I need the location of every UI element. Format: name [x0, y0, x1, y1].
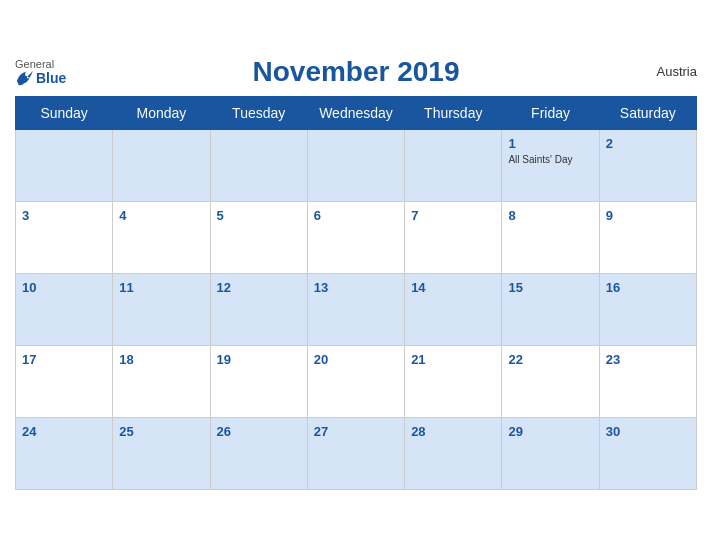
logo-general: General: [15, 58, 54, 70]
calendar-cell: 24: [16, 417, 113, 489]
calendar-cell: 8: [502, 201, 599, 273]
day-number: 30: [606, 424, 620, 439]
calendar-cell: 16: [599, 273, 696, 345]
calendar-cell: 21: [405, 345, 502, 417]
day-number: 12: [217, 280, 231, 295]
day-number: 3: [22, 208, 29, 223]
day-number: 26: [217, 424, 231, 439]
calendar-cell: [113, 129, 210, 201]
calendar-week-row: 10111213141516: [16, 273, 697, 345]
calendar-cell: 1All Saints' Day: [502, 129, 599, 201]
calendar-table: SundayMondayTuesdayWednesdayThursdayFrid…: [15, 96, 697, 490]
day-number: 1: [508, 136, 515, 151]
day-number: 15: [508, 280, 522, 295]
calendar-cell: 22: [502, 345, 599, 417]
calendar-cell: 5: [210, 201, 307, 273]
calendar-cell: 17: [16, 345, 113, 417]
day-number: 9: [606, 208, 613, 223]
day-number: 19: [217, 352, 231, 367]
calendar-cell: 4: [113, 201, 210, 273]
calendar-cell: [405, 129, 502, 201]
day-number: 10: [22, 280, 36, 295]
calendar-cell: 9: [599, 201, 696, 273]
calendar-cell: 27: [307, 417, 404, 489]
logo-bird-icon: [15, 70, 33, 86]
calendar-cell: 13: [307, 273, 404, 345]
day-number: 11: [119, 280, 133, 295]
day-number: 5: [217, 208, 224, 223]
day-number: 4: [119, 208, 126, 223]
calendar-week-row: 3456789: [16, 201, 697, 273]
day-number: 20: [314, 352, 328, 367]
day-number: 21: [411, 352, 425, 367]
day-number: 17: [22, 352, 36, 367]
calendar-cell: 26: [210, 417, 307, 489]
calendar-cell: 7: [405, 201, 502, 273]
calendar-cell: 6: [307, 201, 404, 273]
day-number: 29: [508, 424, 522, 439]
day-number: 16: [606, 280, 620, 295]
calendar-week-row: 24252627282930: [16, 417, 697, 489]
calendar-cell: 3: [16, 201, 113, 273]
weekday-header-sunday: Sunday: [16, 96, 113, 129]
calendar-cell: 10: [16, 273, 113, 345]
country-label: Austria: [657, 64, 697, 79]
calendar-cell: 19: [210, 345, 307, 417]
calendar-cell: 15: [502, 273, 599, 345]
calendar-cell: 29: [502, 417, 599, 489]
weekday-header-monday: Monday: [113, 96, 210, 129]
day-number: 14: [411, 280, 425, 295]
calendar-cell: 25: [113, 417, 210, 489]
calendar-cell: 28: [405, 417, 502, 489]
day-number: 7: [411, 208, 418, 223]
weekday-header-tuesday: Tuesday: [210, 96, 307, 129]
logo: General Blue: [15, 58, 66, 86]
calendar-tbody: 1All Saints' Day234567891011121314151617…: [16, 129, 697, 489]
day-number: 8: [508, 208, 515, 223]
event-text: All Saints' Day: [508, 154, 592, 165]
weekday-header-wednesday: Wednesday: [307, 96, 404, 129]
calendar-container: General Blue November 2019 Austria Sunda…: [0, 46, 712, 505]
calendar-week-row: 1All Saints' Day2: [16, 129, 697, 201]
day-number: 2: [606, 136, 613, 151]
day-number: 18: [119, 352, 133, 367]
day-number: 22: [508, 352, 522, 367]
calendar-cell: 23: [599, 345, 696, 417]
day-number: 24: [22, 424, 36, 439]
calendar-cell: [307, 129, 404, 201]
calendar-cell: 2: [599, 129, 696, 201]
logo-blue: Blue: [15, 70, 66, 86]
weekday-header-thursday: Thursday: [405, 96, 502, 129]
calendar-cell: [210, 129, 307, 201]
calendar-cell: 20: [307, 345, 404, 417]
calendar-header: General Blue November 2019 Austria: [15, 56, 697, 88]
calendar-thead: SundayMondayTuesdayWednesdayThursdayFrid…: [16, 96, 697, 129]
day-number: 28: [411, 424, 425, 439]
weekday-header-saturday: Saturday: [599, 96, 696, 129]
calendar-cell: 12: [210, 273, 307, 345]
calendar-cell: [16, 129, 113, 201]
day-number: 13: [314, 280, 328, 295]
day-number: 23: [606, 352, 620, 367]
day-number: 27: [314, 424, 328, 439]
calendar-title: November 2019: [252, 56, 459, 88]
calendar-cell: 18: [113, 345, 210, 417]
calendar-week-row: 17181920212223: [16, 345, 697, 417]
calendar-cell: 14: [405, 273, 502, 345]
calendar-cell: 30: [599, 417, 696, 489]
calendar-cell: 11: [113, 273, 210, 345]
day-number: 25: [119, 424, 133, 439]
weekday-header-row: SundayMondayTuesdayWednesdayThursdayFrid…: [16, 96, 697, 129]
day-number: 6: [314, 208, 321, 223]
weekday-header-friday: Friday: [502, 96, 599, 129]
